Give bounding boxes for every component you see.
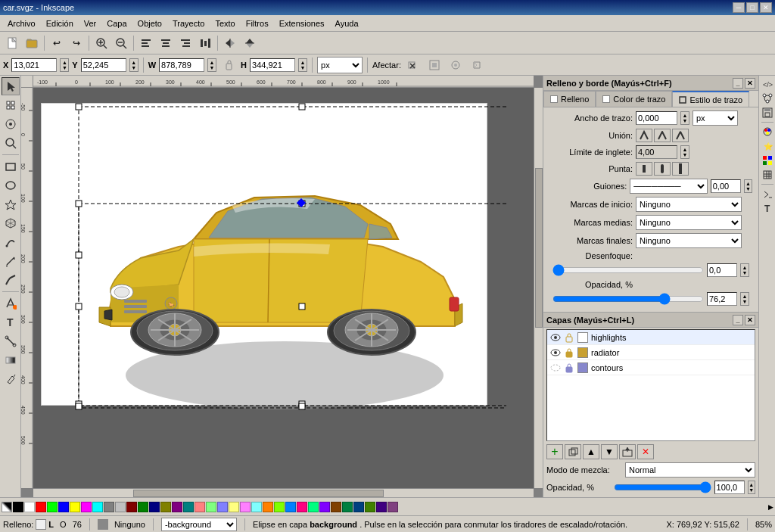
color-swatch[interactable] <box>342 502 353 512</box>
x-input[interactable] <box>11 58 57 72</box>
canvas-content[interactable]: 🐎 <box>33 88 534 488</box>
opacity-slider-fill[interactable] <box>552 294 704 303</box>
layers-opacity-input[interactable] <box>714 481 745 494</box>
stroke-unit-select[interactable]: pxmmpt <box>693 110 738 126</box>
color-swatch[interactable] <box>13 502 23 512</box>
end-markers-select[interactable]: Ninguno <box>636 233 742 248</box>
delete-layer-button[interactable]: ✕ <box>637 444 654 459</box>
color-swatch[interactable] <box>195 502 205 512</box>
ellipse-tool-button[interactable] <box>2 176 20 194</box>
union-miter-button[interactable] <box>636 129 652 142</box>
pen-tool-button[interactable] <box>2 233 20 251</box>
opacity-value-input[interactable] <box>707 292 737 306</box>
dashes-select[interactable]: ──────── ─ ─ ─ ─ ─ · · · · · · <box>630 179 707 194</box>
color-swatch[interactable] <box>388 502 398 512</box>
menu-ver[interactable]: Ver <box>79 17 101 30</box>
pencil-tool-button[interactable] <box>2 252 20 270</box>
linecap-square-button[interactable] <box>672 162 689 176</box>
align-left-button[interactable] <box>137 34 155 52</box>
add-layer-button[interactable]: + <box>546 444 563 459</box>
no-fill-swatch[interactable] <box>2 502 12 512</box>
color-swatch[interactable] <box>36 502 46 512</box>
layers-opacity-slider[interactable] <box>614 483 711 492</box>
h-input[interactable] <box>250 58 295 72</box>
color-swatch[interactable] <box>138 502 148 512</box>
color-swatch[interactable] <box>376 502 387 512</box>
tweak-tool-button[interactable] <box>2 115 20 133</box>
affect-btn2[interactable] <box>425 56 444 74</box>
fill-tool-button[interactable] <box>2 294 20 313</box>
layers-opacity-spinner[interactable]: ▲▼ <box>748 481 755 494</box>
miter-limit-input[interactable] <box>636 145 677 159</box>
save-icon-button[interactable] <box>761 106 774 120</box>
xml-editor-button[interactable]: </> <box>761 77 774 91</box>
dashes-offset-input[interactable] <box>711 179 741 193</box>
layer-eye-highlights[interactable] <box>550 332 561 343</box>
menu-ayuda[interactable]: Ayuda <box>331 17 363 30</box>
layers-minimize-button[interactable]: _ <box>733 315 743 325</box>
layer-eye-radiator[interactable] <box>550 347 561 358</box>
palette-scroll-right[interactable]: ▶ <box>768 503 773 511</box>
affect-btn3[interactable] <box>447 56 465 74</box>
union-round-button[interactable] <box>654 129 671 142</box>
dashes-spinner[interactable]: ▲▼ <box>744 179 752 193</box>
duplicate-layer-button[interactable] <box>565 444 581 459</box>
color-swatch[interactable] <box>183 502 194 512</box>
affect-btn4[interactable] <box>468 56 486 74</box>
color-swatch[interactable] <box>47 502 58 512</box>
y-spinner[interactable]: ▲▼ <box>129 58 139 72</box>
color-swatch[interactable] <box>160 502 171 512</box>
w-input[interactable] <box>159 58 204 72</box>
layer-select[interactable]: -background <box>161 518 237 531</box>
w-spinner[interactable]: ▲▼ <box>207 58 216 72</box>
menu-texto[interactable]: Texto <box>210 17 239 30</box>
layer-lock-radiator[interactable] <box>564 347 574 358</box>
color-swatch[interactable] <box>285 502 296 512</box>
union-bevel-button[interactable] <box>672 129 689 142</box>
color-swatch[interactable] <box>297 502 307 512</box>
color-swatch[interactable] <box>104 502 114 512</box>
fill-color-box[interactable] <box>36 519 46 530</box>
3d-tool-button[interactable] <box>2 214 20 232</box>
linecap-round-button[interactable] <box>654 162 671 176</box>
redo-button[interactable]: ↪ <box>67 34 86 52</box>
tab-estilo-trazo[interactable]: Estilo de trazo <box>672 91 749 107</box>
calligraphy-tool-button[interactable] <box>2 271 20 289</box>
undo-button[interactable]: ↩ <box>48 34 66 52</box>
color-swatch[interactable] <box>274 502 285 512</box>
rect-tool-button[interactable] <box>2 157 20 176</box>
color-swatch[interactable] <box>319 502 330 512</box>
color-swatch[interactable] <box>115 502 126 512</box>
color-swatch[interactable] <box>70 502 80 512</box>
menu-capa[interactable]: Capa <box>102 17 131 30</box>
menu-archivo[interactable]: Archivo <box>3 17 40 30</box>
menu-edicion[interactable]: Edición <box>42 17 78 30</box>
stroke-indicator[interactable] <box>98 519 108 530</box>
color-swatch[interactable] <box>206 502 216 512</box>
menu-extensiones[interactable]: Extensiones <box>275 17 329 30</box>
color-swatch[interactable] <box>308 502 319 512</box>
script-button[interactable] <box>761 187 774 201</box>
color-swatch[interactable] <box>365 502 375 512</box>
color-swatch[interactable] <box>229 502 239 512</box>
blur-slider[interactable] <box>552 266 704 275</box>
color-swatch[interactable] <box>92 502 103 512</box>
minimize-button[interactable]: ─ <box>733 2 745 13</box>
opacity-spinner[interactable]: ▲▼ <box>740 292 749 306</box>
lock-aspect-button[interactable] <box>219 56 238 74</box>
affect-btn1[interactable] <box>404 56 422 74</box>
color-swatch[interactable] <box>353 502 364 512</box>
gradient-tool-button[interactable] <box>2 351 20 369</box>
panel-minimize-button[interactable]: _ <box>733 78 743 89</box>
y-input[interactable] <box>81 58 126 72</box>
tab-color-trazo[interactable]: Color de trazo <box>596 91 672 107</box>
color-swatch[interactable] <box>126 502 137 512</box>
move-layer-down-button[interactable]: ▼ <box>601 444 618 459</box>
stroke-width-spinner[interactable]: ▲▼ <box>680 111 689 125</box>
color-swatch[interactable] <box>149 502 160 512</box>
unit-select[interactable]: pxmmcmin <box>317 57 363 73</box>
maximize-button[interactable]: □ <box>746 2 758 13</box>
symbols-button[interactable]: ⭐ <box>761 139 774 153</box>
connector-tool-button[interactable] <box>2 332 20 350</box>
align-right-button[interactable] <box>176 34 195 52</box>
